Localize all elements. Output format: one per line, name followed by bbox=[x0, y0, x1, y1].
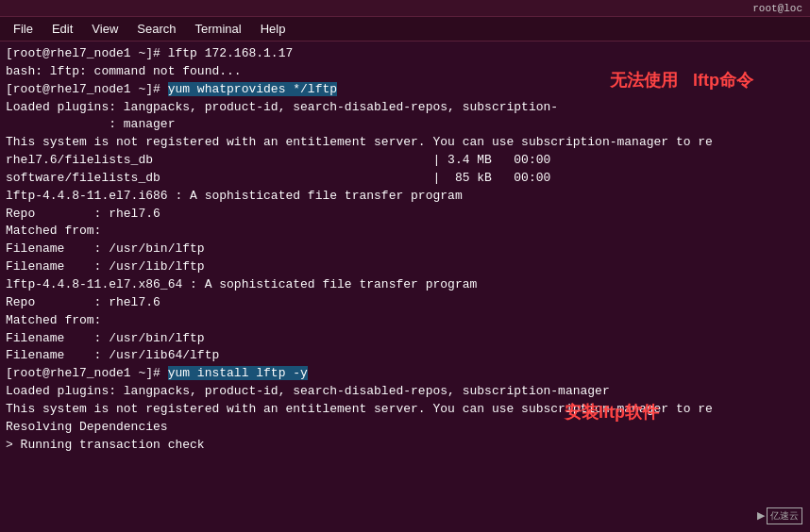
terminal-line: lftp-4.4.8-11.el7.i686 : A sophisticated… bbox=[6, 188, 804, 206]
terminal-line: Matched from: bbox=[6, 312, 804, 330]
terminal-line: [root@rhel7_node1 ~]# yum install lftp -… bbox=[6, 365, 804, 383]
watermark-icon: ▶ bbox=[757, 508, 765, 524]
menu-terminal[interactable]: Terminal bbox=[188, 20, 249, 38]
terminal-line: [root@rhel7_node1 ~]# yum whatprovides *… bbox=[6, 81, 804, 99]
menu-file[interactable]: File bbox=[6, 20, 41, 38]
terminal-line: This system is not registered with an en… bbox=[6, 134, 804, 152]
terminal-line: bash: lftp: command not found... bbox=[6, 63, 804, 81]
watermark-text: 亿速云 bbox=[767, 507, 802, 525]
title-bar: root@loc bbox=[0, 0, 810, 17]
watermark: ▶ 亿速云 bbox=[757, 507, 802, 525]
menu-bar: File Edit View Search Terminal Help bbox=[0, 17, 810, 42]
terminal-line: > Running transaction check bbox=[6, 437, 804, 455]
terminal-line: Loaded plugins: langpacks, product-id, s… bbox=[6, 383, 804, 401]
terminal-line: Loaded plugins: langpacks, product-id, s… bbox=[6, 99, 804, 117]
terminal-line: [root@rhel7_node1 ~]# lftp 172.168.1.17 bbox=[6, 45, 804, 63]
terminal-line: Repo : rhel7.6 bbox=[6, 206, 804, 224]
terminal-line: Repo : rhel7.6 bbox=[6, 294, 804, 312]
terminal-line: rhel7.6/filelists_db | 3.4 MB 00:00 bbox=[6, 152, 804, 170]
terminal-line: Filename : /usr/bin/lftp bbox=[6, 241, 804, 258]
terminal-content: [root@rhel7_node1 ~]# lftp 172.168.1.17b… bbox=[0, 42, 810, 532]
terminal-line: Filename : /usr/lib64/lftp bbox=[6, 347, 804, 365]
terminal-line: : manager bbox=[6, 116, 804, 134]
title-user: root@loc bbox=[752, 3, 802, 14]
terminal-line: Filename : /usr/lib/lftp bbox=[6, 258, 804, 276]
terminal-line: lftp-4.4.8-11.el7.x86_64 : A sophisticat… bbox=[6, 276, 804, 294]
terminal-line: Filename : /usr/bin/lftp bbox=[6, 330, 804, 348]
menu-view[interactable]: View bbox=[84, 20, 126, 38]
terminal-line: Resolving Dependencies bbox=[6, 419, 804, 437]
terminal-line: This system is not registered with an en… bbox=[6, 401, 804, 419]
menu-search[interactable]: Search bbox=[129, 20, 183, 38]
menu-help[interactable]: Help bbox=[253, 20, 294, 38]
menu-edit[interactable]: Edit bbox=[44, 20, 80, 38]
terminal-line: Matched from: bbox=[6, 223, 804, 241]
terminal-line: software/filelists_db | 85 kB 00:00 bbox=[6, 170, 804, 188]
